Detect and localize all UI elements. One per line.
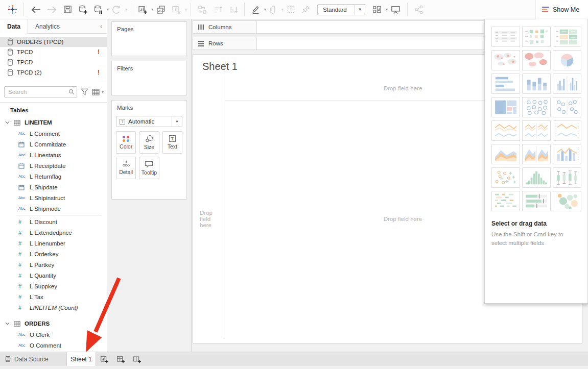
field-item[interactable]: #LINEITEM (Count) xyxy=(0,302,107,313)
group-members-button[interactable] xyxy=(266,2,280,17)
refresh-caret-icon[interactable]: ▾ xyxy=(125,7,127,12)
redo-button[interactable] xyxy=(44,2,60,17)
data-source-item[interactable]: ORDERS (TPCD) xyxy=(0,37,107,47)
showme-lines-discrete-icon[interactable] xyxy=(522,120,551,141)
pause-auto-updates-button[interactable] xyxy=(90,2,106,17)
text-button[interactable]: T Text xyxy=(162,131,182,154)
field-item[interactable]: #L Tax xyxy=(0,291,107,302)
view-options-icon[interactable] xyxy=(92,89,100,95)
share-button[interactable] xyxy=(411,2,427,17)
table-group-orders[interactable]: ORDERS xyxy=(0,318,107,329)
field-item[interactable]: AbcO Comment xyxy=(0,340,107,351)
duplicate-sheet-button[interactable] xyxy=(153,2,169,17)
field-item[interactable]: AbcL Shipinstruct xyxy=(0,192,107,203)
showme-stacked-bars-icon[interactable] xyxy=(522,73,551,94)
field-item[interactable]: AbcL Shipmode xyxy=(0,203,107,214)
showme-circle-views-icon[interactable] xyxy=(522,97,551,117)
search-input[interactable] xyxy=(4,86,77,97)
showme-dual-combination-icon[interactable] xyxy=(553,144,581,164)
columns-shelf[interactable]: Columns xyxy=(193,20,484,34)
show-hide-cards-button[interactable] xyxy=(369,2,385,17)
showme-pie-chart-icon[interactable] xyxy=(553,50,581,70)
show-me-button[interactable]: Show Me xyxy=(535,0,588,19)
color-button[interactable]: Color xyxy=(116,131,136,154)
showme-area-continuous-icon[interactable] xyxy=(491,144,520,164)
new-data-source-button[interactable] xyxy=(75,2,90,17)
presentation-mode-button[interactable] xyxy=(388,2,404,17)
collapse-group-icon[interactable] xyxy=(5,121,10,124)
data-source-item[interactable]: TPCD! xyxy=(0,47,107,57)
showme-side-by-side-bars-icon[interactable] xyxy=(553,73,581,94)
field-item[interactable]: #L Linenumber xyxy=(0,238,107,249)
showme-histogram-icon[interactable] xyxy=(522,167,551,188)
field-item[interactable]: #L Quantity xyxy=(0,270,107,281)
showme-dual-lines-icon[interactable] xyxy=(553,120,581,141)
mark-type-dropdown[interactable]: T Automatic ▼ xyxy=(116,116,182,127)
sort-ascending-button[interactable] xyxy=(210,2,225,17)
showme-text-table-icon[interactable] xyxy=(491,27,520,47)
tab-data[interactable]: Data xyxy=(0,19,28,34)
data-source-item[interactable]: TPCD (2)! xyxy=(0,67,107,78)
showme-filled-map-icon[interactable] xyxy=(522,50,551,70)
rows-drop-area[interactable] xyxy=(257,37,484,50)
field-item[interactable]: AbcO Clerk xyxy=(0,329,107,340)
showme-packed-bubbles-icon[interactable] xyxy=(553,191,581,211)
showme-heat-map-icon[interactable] xyxy=(522,27,551,47)
rows-shelf[interactable]: Rows xyxy=(193,37,484,50)
detail-button[interactable]: Detail xyxy=(116,157,136,179)
showme-treemap-icon[interactable] xyxy=(491,97,520,117)
showme-horizontal-bars-icon[interactable] xyxy=(491,73,520,94)
field-item[interactable]: AbcL Linestatus xyxy=(0,150,107,160)
showme-symbol-map-icon[interactable] xyxy=(491,50,520,70)
clear-sheet-caret-icon[interactable]: ▾ xyxy=(185,7,187,12)
tooltip-button[interactable]: Tooltip xyxy=(139,157,159,179)
new-worksheet-button[interactable] xyxy=(135,2,150,17)
save-button[interactable] xyxy=(60,2,75,17)
filter-fields-icon[interactable] xyxy=(81,88,88,95)
collapse-group-icon[interactable] xyxy=(5,322,10,325)
field-item[interactable]: #L Suppkey xyxy=(0,281,107,291)
rows-header-drop-zone[interactable]: Drop field here xyxy=(193,100,224,338)
size-button[interactable]: Size xyxy=(139,131,159,154)
showme-box-and-whisker-icon[interactable] xyxy=(553,167,581,188)
swap-rows-columns-button[interactable] xyxy=(195,2,210,17)
new-worksheet-tab-button[interactable] xyxy=(96,352,112,366)
tableau-logo-icon[interactable] xyxy=(5,2,20,17)
fit-selector-caret-icon[interactable]: ▼ xyxy=(355,5,365,15)
undo-button[interactable] xyxy=(28,2,44,17)
showme-lines-continuous-icon[interactable] xyxy=(491,120,520,141)
clear-sheet-button[interactable] xyxy=(169,2,184,17)
field-item[interactable]: #L Partkey xyxy=(0,259,107,270)
field-item[interactable]: AbcL Comment xyxy=(0,128,107,139)
showme-highlight-table-icon[interactable] xyxy=(553,27,581,47)
field-item[interactable]: L Receiptdate xyxy=(0,160,107,171)
showme-scatter-plot-icon[interactable] xyxy=(491,167,520,188)
show-mark-labels-button[interactable] xyxy=(284,2,298,17)
new-story-tab-button[interactable] xyxy=(129,352,145,366)
view-options-caret-icon[interactable]: ▾ xyxy=(102,90,104,94)
collapse-pane-icon[interactable]: ‹ xyxy=(96,19,107,34)
new-dashboard-tab-button[interactable] xyxy=(112,352,129,366)
filters-shelf[interactable]: Filters xyxy=(111,61,187,95)
field-item[interactable]: L Shipdate xyxy=(0,182,107,192)
table-group-lineitem[interactable]: LINEITEM xyxy=(0,117,107,128)
field-item[interactable]: #L Orderkey xyxy=(0,249,107,259)
field-item[interactable]: #L Extendedprice xyxy=(0,227,107,238)
sort-descending-button[interactable] xyxy=(225,2,241,17)
pages-shelf[interactable]: Pages xyxy=(111,21,187,56)
tab-data-source[interactable]: Data Source xyxy=(0,352,66,366)
mark-type-caret-icon[interactable]: ▼ xyxy=(172,116,182,127)
highlight-button[interactable] xyxy=(248,2,263,17)
showme-area-discrete-icon[interactable] xyxy=(522,144,551,164)
refresh-data-button[interactable] xyxy=(109,2,124,17)
showme-bullet-graph-icon[interactable] xyxy=(522,191,551,211)
showme-gantt-icon[interactable] xyxy=(491,191,520,211)
field-item[interactable]: AbcL Returnflag xyxy=(0,171,107,182)
field-item[interactable]: #L Discount xyxy=(0,216,107,227)
field-item[interactable]: L Commitdate xyxy=(0,139,107,150)
fit-selector[interactable]: Standard ▼ xyxy=(317,4,365,15)
data-source-item[interactable]: TPCD xyxy=(0,57,107,67)
showme-side-by-side-circles-icon[interactable] xyxy=(553,97,581,117)
tab-analytics[interactable]: Analytics xyxy=(28,19,96,34)
columns-drop-area[interactable] xyxy=(257,21,484,33)
